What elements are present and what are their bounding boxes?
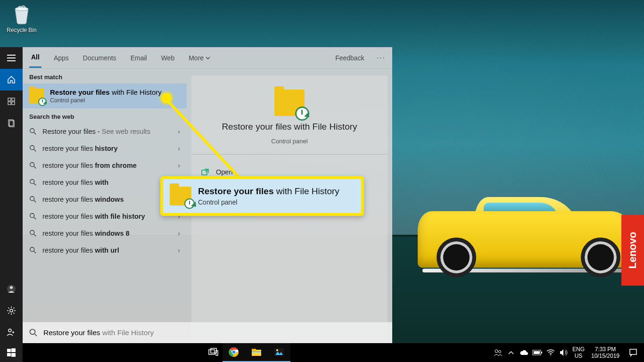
- search-icon: [29, 162, 37, 169]
- svg-rect-39: [541, 352, 542, 354]
- car-graphic: [399, 173, 644, 277]
- clock-time: 7:33 PM: [586, 346, 624, 353]
- search-icon: [29, 179, 37, 186]
- svg-point-20: [30, 329, 35, 335]
- web-result-7[interactable]: restore your files with url›: [23, 242, 187, 259]
- start-rail: [0, 47, 23, 343]
- svg-point-14: [30, 180, 34, 184]
- search-query: Restore your files with File History: [43, 329, 154, 337]
- tab-email[interactable]: Email: [129, 49, 149, 67]
- tab-documents[interactable]: Documents: [81, 49, 118, 67]
- rail-power[interactable]: [0, 321, 23, 343]
- svg-rect-4: [12, 102, 15, 105]
- tray-people[interactable]: [491, 343, 504, 362]
- file-history-icon: [274, 90, 305, 116]
- lang-top: ENG: [570, 346, 586, 353]
- svg-point-35: [276, 349, 278, 351]
- detail-title: Restore your files with File History: [222, 122, 357, 132]
- open-icon: [201, 168, 209, 176]
- taskbar-app-explorer[interactable]: [245, 343, 268, 362]
- svg-rect-23: [7, 353, 11, 356]
- tray-onedrive[interactable]: [518, 343, 531, 362]
- web-result-text: restore your files history: [42, 145, 172, 152]
- tray-action-center[interactable]: [624, 348, 642, 357]
- svg-point-12: [30, 146, 34, 150]
- web-result-0[interactable]: Restore your files - See web results›: [23, 123, 187, 140]
- svg-rect-2: [12, 98, 15, 101]
- search-input[interactable]: Restore your files with File History: [23, 322, 392, 343]
- timeline-icon: [7, 97, 16, 106]
- tab-more[interactable]: More: [187, 49, 212, 67]
- detail-subtitle: Control panel: [271, 138, 307, 145]
- cloud-icon: [520, 349, 529, 356]
- search-icon: [29, 230, 37, 237]
- svg-rect-25: [209, 350, 215, 354]
- svg-rect-3: [8, 102, 11, 105]
- feedback-link[interactable]: Feedback: [333, 49, 366, 67]
- web-result-6[interactable]: restore your files windows 8›: [23, 225, 187, 242]
- rail-timeline[interactable]: [0, 90, 23, 112]
- search-icon: [29, 247, 37, 254]
- start-button[interactable]: [0, 343, 23, 362]
- power-user-icon: [7, 328, 16, 337]
- tray-language[interactable]: ENG US: [570, 346, 586, 360]
- chevron-right-icon: ›: [178, 230, 180, 237]
- rail-home[interactable]: [0, 69, 23, 90]
- svg-rect-19: [202, 170, 207, 175]
- gear-icon: [7, 306, 16, 315]
- web-result-1[interactable]: restore your files history›: [23, 140, 187, 157]
- rail-hamburger[interactable]: [0, 47, 23, 69]
- svg-rect-27: [216, 351, 218, 355]
- recycle-bin-label: Recycle Bin: [5, 27, 39, 33]
- wifi-icon: [546, 349, 555, 356]
- svg-rect-40: [534, 351, 540, 354]
- photos-icon: [273, 346, 285, 358]
- annotation-callout: Restore your files with File History Con…: [160, 176, 364, 216]
- system-tray: ENG US 7:33 PM 10/15/2019: [491, 343, 644, 362]
- svg-rect-26: [211, 348, 216, 353]
- lenovo-badge: Lenovo: [621, 215, 644, 286]
- lang-bottom: US: [570, 353, 586, 359]
- svg-rect-22: [11, 348, 16, 352]
- taskbar-pinned-apps: [223, 343, 290, 362]
- svg-point-11: [30, 129, 34, 133]
- rail-settings[interactable]: [0, 300, 23, 321]
- tray-volume[interactable]: [557, 343, 570, 362]
- web-result-text: Restore your files - See web results: [42, 128, 172, 135]
- chevron-right-icon: ›: [178, 247, 180, 254]
- search-icon: [29, 128, 37, 135]
- recycle-bin[interactable]: Recycle Bin: [5, 2, 39, 33]
- web-result-2[interactable]: restore your files from chrome›: [23, 157, 187, 174]
- search-more-menu[interactable]: ···: [377, 54, 386, 62]
- svg-point-9: [10, 309, 13, 312]
- taskbar-app-chrome[interactable]: [223, 343, 245, 362]
- taskbar-app-photos[interactable]: [268, 343, 290, 362]
- chevron-down-icon: [206, 57, 210, 59]
- task-view-icon: [207, 347, 219, 358]
- home-icon: [7, 75, 16, 84]
- tray-overflow[interactable]: [504, 343, 518, 362]
- search-icon: [29, 196, 37, 203]
- svg-point-41: [550, 354, 551, 355]
- tray-clock[interactable]: 7:33 PM 10/15/2019: [586, 346, 624, 360]
- svg-point-18: [30, 247, 34, 252]
- svg-point-8: [10, 286, 13, 289]
- svg-rect-24: [11, 353, 16, 357]
- rail-documents[interactable]: [0, 112, 23, 134]
- task-view-button[interactable]: [204, 343, 223, 362]
- tray-battery[interactable]: [531, 343, 544, 362]
- battery-icon: [532, 350, 543, 355]
- documents-icon: [7, 119, 16, 127]
- web-result-text: restore your files with: [42, 179, 172, 186]
- search-web-label: Search the web: [23, 108, 187, 123]
- tray-wifi[interactable]: [544, 343, 557, 362]
- best-match-label: Best match: [23, 69, 187, 83]
- tab-apps[interactable]: Apps: [52, 49, 71, 67]
- rail-user[interactable]: [0, 278, 23, 300]
- chevron-right-icon: ›: [178, 145, 180, 152]
- tab-all[interactable]: All: [29, 48, 41, 68]
- user-icon: [7, 284, 16, 294]
- tab-web[interactable]: Web: [159, 49, 177, 67]
- svg-point-16: [30, 214, 34, 218]
- web-result-text: restore your files windows 8: [42, 230, 172, 237]
